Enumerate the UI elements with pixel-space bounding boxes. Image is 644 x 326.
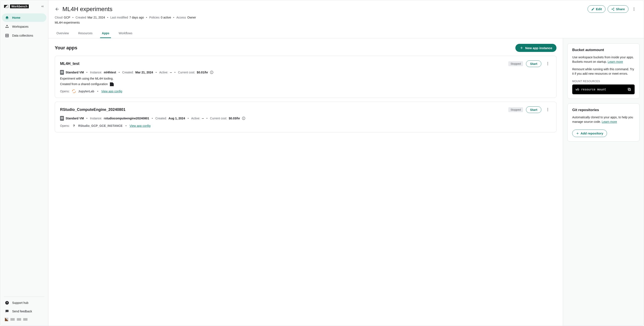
view-app-config-link[interactable]: View app config [130,124,150,127]
svg-point-22 [72,90,76,93]
info-icon[interactable] [242,116,246,120]
svg-point-11 [612,9,612,9]
share-button[interactable]: Share [608,5,628,13]
svg-rect-30 [629,89,630,91]
app-card: RStudio_ComputeEngine_20240801 Stopped S… [55,102,556,132]
more-vert-icon [632,7,636,11]
copy-icon [628,87,631,91]
document-icon [60,116,64,121]
plus-icon [576,132,579,135]
sidebar-item-label: Support hub [12,301,28,305]
svg-point-12 [613,9,614,10]
avatar-icon [5,318,8,321]
svg-point-1 [6,27,6,28]
info-icon[interactable] [210,70,214,74]
svg-rect-31 [628,88,630,90]
app-description: Experiment with using the ML4H tooling. [60,77,551,80]
svg-point-23 [547,108,548,109]
svg-point-15 [634,10,634,11]
svg-rect-8 [7,311,7,311]
copy-button[interactable] [628,87,631,91]
learn-more-link[interactable]: Learn more [602,120,617,123]
brand-name: Workbench [10,4,29,8]
workspace-meta: Cloud GCP • Created Mar 21, 2024 • Last … [55,16,638,19]
sidebar-item-send-feedback[interactable]: Send feedback [2,307,46,316]
svg-point-2 [8,27,8,28]
sidebar: Workbench Home Workspaces [0,0,48,326]
sidebar-item-label: Home [12,16,20,19]
edit-button[interactable]: Edit [588,5,606,13]
workspace-description: ML4H experiments [55,21,638,24]
feedback-icon [5,309,9,314]
data-collections-icon [5,33,9,38]
app-more-menu-button[interactable] [544,60,551,67]
status-badge: Stopped [508,107,523,112]
sidebar-item-label: Data collections [12,34,33,37]
jupyter-icon [72,89,76,93]
share-icon [611,7,614,11]
back-button[interactable] [55,7,60,11]
workspaces-icon [5,24,9,29]
page-title: ML4H experiments [62,6,112,12]
sidebar-item-label: Workspaces [12,25,28,28]
app-name: RStudio_ComputeEngine_20240801 [60,107,126,112]
section-title: Your apps [55,45,77,51]
svg-point-0 [6,25,8,26]
sidebar-item-support-hub[interactable]: ? Support hub [2,299,46,307]
tab-workflows[interactable]: Workflows [117,29,134,38]
svg-rect-20 [212,72,212,73]
svg-point-17 [547,63,548,64]
plus-icon [520,46,524,50]
view-app-config-link[interactable]: View app config [101,90,122,93]
svg-point-14 [634,9,634,9]
status-badge: Stopped [508,61,523,66]
mount-command-box: wb resource mount [572,84,635,94]
svg-text:?: ? [6,301,8,304]
home-icon [5,15,9,20]
app-more-menu-button[interactable] [544,106,551,113]
git-repositories-panel: Git repositories Automatically cloned to… [567,103,640,141]
chevrons-left-icon [40,4,44,8]
svg-rect-9 [7,311,7,312]
sidebar-item-label: Send feedback [12,310,32,313]
brand: Workbench [4,4,29,8]
sidebar-item-data-collections[interactable]: Data collections [2,31,46,40]
learn-more-link[interactable]: Learn more [608,60,623,63]
tab-apps[interactable]: Apps [100,29,111,38]
help-icon: ? [5,301,9,305]
file-icon [110,82,114,86]
more-vert-icon [546,61,550,66]
svg-point-18 [547,64,548,65]
collapse-sidebar-button[interactable] [40,4,44,8]
arrow-left-icon [55,7,60,11]
app-config-note: Created from a shared configuration [60,82,551,86]
start-button[interactable]: Start [526,60,541,67]
more-vert-icon [546,107,550,112]
svg-rect-21 [212,71,212,72]
svg-rect-27 [244,118,244,119]
pencil-icon [591,7,594,11]
svg-point-16 [547,62,548,63]
add-repository-button[interactable]: Add repository [572,130,607,137]
tab-resources[interactable]: Resources [76,29,94,38]
sidebar-item-home[interactable]: Home [2,13,46,22]
app-card: ML4H_test Stopped Start Standard VM • [55,56,556,98]
brand-logo-icon [4,5,8,8]
svg-text:?: ? [73,124,75,127]
start-button[interactable]: Start [526,106,541,113]
tabs: Overview Resources Apps Workflows [55,29,638,38]
svg-point-13 [634,7,634,8]
app-name: ML4H_test [60,61,80,66]
unknown-app-icon: ? [72,124,76,128]
document-icon [60,70,64,75]
sidebar-item-workspaces[interactable]: Workspaces [2,22,46,31]
svg-point-25 [547,110,548,111]
new-app-instance-button[interactable]: New app instance [515,44,556,52]
svg-rect-28 [244,117,244,118]
svg-point-24 [547,109,548,110]
user-profile[interactable] [2,316,46,323]
tab-overview[interactable]: Overview [55,29,70,38]
more-menu-button[interactable] [630,6,638,12]
svg-point-10 [613,8,614,8]
bucket-automount-panel: Bucket automount Use workspace buckets f… [567,43,640,99]
